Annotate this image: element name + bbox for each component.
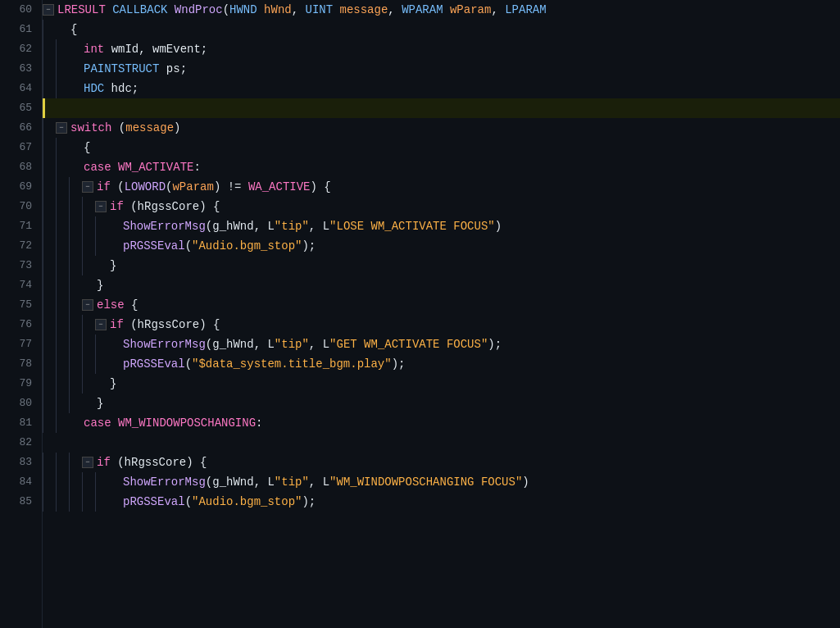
indent-guide [43, 492, 56, 512]
indent-guide [43, 59, 56, 79]
indent-guide [56, 394, 69, 413]
token-str: "LOSE WM_ACTIVATE FOCUS" [329, 216, 495, 236]
indent-guide [82, 374, 95, 394]
line-number: 73 [7, 256, 32, 275]
token-plain: ) [174, 118, 180, 138]
token-plain [443, 0, 450, 20]
indent-guide [95, 492, 108, 512]
indent-guide [82, 354, 95, 374]
indent-guide [43, 354, 56, 374]
line-numbers: 6061626364656667686970717273747576777879… [0, 0, 43, 628]
indent-guide [69, 177, 82, 197]
code-line: −LRESULT CALLBACK WndProc(HWND hWnd, UIN… [43, 0, 840, 20]
token-fn: ShowErrorMsg [123, 334, 206, 354]
token-plain: } [110, 256, 116, 275]
token-kw: int [84, 39, 104, 59]
token-plain: wmId, wmEvent; [111, 39, 208, 59]
line-number: 64 [7, 79, 32, 98]
token-plain: ) { [311, 177, 331, 197]
indent-guide [43, 39, 56, 59]
token-fn: pRGSSEval [123, 492, 185, 512]
token-plain [257, 0, 264, 20]
code-line: −if (hRgssCore) { [43, 197, 840, 216]
line-number: 76 [7, 315, 32, 334]
token-plain [333, 0, 339, 20]
indent-guide [82, 236, 95, 256]
code-line: } [43, 256, 840, 275]
token-plain: ( [223, 0, 229, 20]
token-plain: (g_hWnd, L [206, 472, 275, 492]
line-number: 84 [7, 472, 32, 492]
line-number: 71 [7, 216, 32, 236]
token-plain: hdc; [104, 79, 138, 98]
token-str: "GET WM_ACTIVATE FOCUS" [329, 334, 488, 354]
fold-button[interactable]: − [82, 457, 93, 468]
token-plain: ( [185, 236, 192, 256]
token-plain: , L [309, 216, 329, 236]
indent-guide [56, 374, 69, 394]
token-type: UINT [306, 0, 334, 20]
line-number: 83 [7, 453, 32, 472]
code-line: ShowErrorMsg(g_hWnd, L"tip", L"LOSE WM_A… [43, 216, 840, 236]
indent-guide [69, 453, 82, 472]
line-number: 81 [7, 413, 32, 433]
indent-guide [69, 492, 82, 512]
indent-guide [43, 453, 56, 472]
fold-button[interactable]: − [82, 181, 93, 193]
line-number: 63 [7, 59, 32, 79]
token-type: HWND [229, 0, 257, 20]
code-line: pRGSSEval("$data_system.title_bgm.play")… [43, 354, 840, 374]
line-number: 80 [7, 394, 32, 413]
indent-guide [82, 256, 95, 275]
indent-guide [69, 275, 82, 295]
token-type: LPARAM [505, 0, 546, 20]
indent-guide [56, 295, 69, 315]
code-line: −if (LOWORD(wParam) != WA_ACTIVE) { [43, 177, 840, 197]
fold-button[interactable]: − [95, 319, 107, 330]
token-kw: if [110, 315, 124, 334]
indent-guide [69, 354, 82, 374]
indent-guide [43, 394, 56, 413]
line-number: 77 [7, 334, 32, 354]
code-line [43, 98, 840, 118]
indent-guide [82, 334, 95, 354]
token-kw: else [97, 295, 125, 315]
fold-button[interactable]: − [82, 299, 93, 311]
code-line: pRGSSEval("Audio.bgm_stop"); [43, 492, 840, 512]
token-fn: LOWORD [125, 177, 166, 197]
indent-guide [56, 315, 69, 334]
indent-guide [69, 216, 82, 236]
token-fn: ShowErrorMsg [123, 216, 206, 236]
fold-button[interactable]: − [56, 122, 67, 134]
line-number: 78 [7, 354, 32, 374]
fold-button[interactable]: − [43, 4, 54, 16]
line-number: 62 [7, 39, 32, 59]
token-plain: ); [302, 236, 316, 256]
token-fn: pRGSSEval [123, 236, 185, 256]
fold-button[interactable]: − [95, 201, 107, 212]
token-kw: switch [70, 118, 111, 138]
indent-guide [69, 394, 82, 413]
token-plain: ); [302, 492, 316, 512]
token-type: PAINTSTRUCT [84, 59, 159, 79]
token-const: WA_ACTIVE [248, 177, 311, 197]
code-content: 6061626364656667686970717273747576777879… [0, 0, 840, 628]
line-number: 66 [7, 118, 32, 138]
indent-guide [56, 177, 69, 197]
indent-guide [82, 492, 95, 512]
token-plain [104, 39, 111, 59]
indent-guide [43, 315, 56, 334]
token-plain: : [256, 413, 262, 433]
token-plain: : [193, 157, 200, 177]
indent-guide [56, 334, 69, 354]
token-plain: (hRgssCore) { [124, 197, 220, 216]
indent-guide [56, 413, 69, 433]
token-str: "$data_system.title_bgm.play" [192, 354, 392, 374]
indent-guide [43, 177, 56, 197]
indent-guide [43, 334, 56, 354]
token-kw: case [84, 157, 111, 177]
token-plain: (hRgssCore) { [111, 453, 207, 472]
token-plain: { [125, 295, 138, 315]
line-number: 60 [7, 0, 32, 20]
token-plain: , [292, 0, 306, 20]
